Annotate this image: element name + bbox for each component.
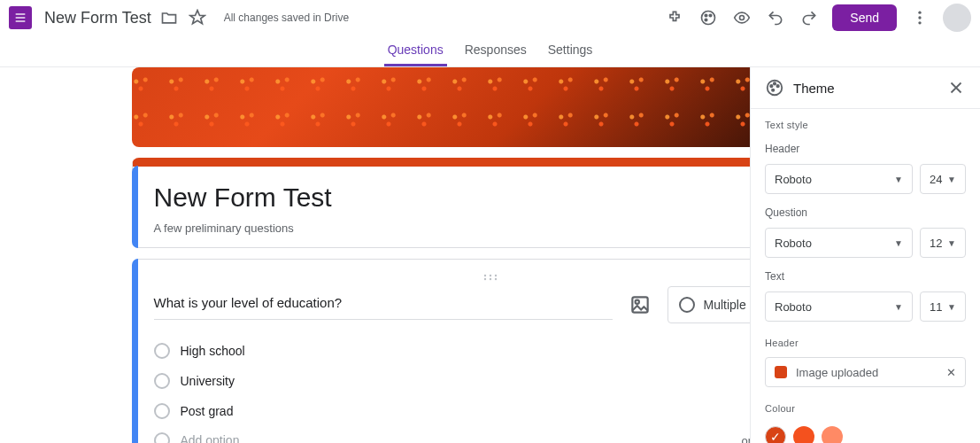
section-header: Header bbox=[765, 338, 966, 348]
form-title-card[interactable]: New Form Test A few preliminary question… bbox=[132, 158, 849, 248]
option-input[interactable]: Post grad bbox=[181, 402, 797, 420]
question-size-select[interactable]: 12▼ bbox=[920, 228, 966, 258]
svg-point-22 bbox=[489, 278, 490, 280]
close-icon[interactable] bbox=[946, 78, 966, 97]
question-font-select[interactable]: Roboto▼ bbox=[765, 228, 913, 258]
text-font-select[interactable]: Roboto▼ bbox=[765, 291, 913, 322]
radio-icon bbox=[679, 297, 695, 313]
document-title[interactable]: New Form Test bbox=[44, 9, 151, 27]
option-input[interactable]: High school bbox=[181, 342, 797, 360]
options-list: High school University Post grad bbox=[154, 336, 827, 443]
radio-icon bbox=[154, 403, 170, 419]
svg-point-33 bbox=[774, 82, 776, 84]
option-row: University bbox=[154, 366, 827, 396]
svg-point-25 bbox=[635, 300, 638, 304]
option-input[interactable]: University bbox=[181, 372, 797, 390]
svg-point-6 bbox=[706, 19, 708, 21]
select-value: Roboto bbox=[775, 173, 812, 186]
svg-point-20 bbox=[494, 275, 496, 276]
chevron-down-icon: ▼ bbox=[894, 175, 903, 184]
svg-point-18 bbox=[483, 275, 485, 276]
selection-accent bbox=[132, 259, 138, 443]
chevron-down-icon: ▼ bbox=[947, 238, 956, 248]
drag-handle-icon[interactable] bbox=[154, 274, 827, 283]
tab-responses[interactable]: Responses bbox=[461, 37, 530, 66]
svg-point-21 bbox=[483, 278, 485, 280]
select-value: 11 bbox=[930, 300, 942, 314]
redo-icon[interactable] bbox=[799, 7, 820, 28]
theme-panel: Theme Text style Header Roboto▼ 24▼ Ques… bbox=[750, 67, 980, 443]
svg-point-35 bbox=[772, 89, 774, 91]
tab-settings[interactable]: Settings bbox=[544, 37, 597, 66]
text-size-select[interactable]: 11▼ bbox=[920, 291, 966, 322]
add-option-input[interactable]: Add option bbox=[181, 431, 728, 443]
addons-icon[interactable] bbox=[664, 7, 685, 28]
forms-app-icon[interactable] bbox=[9, 6, 32, 29]
svg-point-5 bbox=[710, 14, 713, 17]
svg-point-34 bbox=[776, 85, 778, 87]
customize-theme-icon[interactable] bbox=[698, 7, 719, 28]
svg-point-7 bbox=[740, 16, 745, 20]
header-image-chip: Image uploaded ✕ bbox=[765, 357, 966, 387]
form-description[interactable]: A few preliminary questions bbox=[154, 222, 827, 235]
svg-point-3 bbox=[702, 12, 715, 25]
svg-point-9 bbox=[918, 16, 921, 19]
radio-icon bbox=[154, 432, 170, 443]
svg-point-8 bbox=[918, 12, 921, 14]
send-button[interactable]: Send bbox=[832, 4, 897, 31]
more-menu-icon[interactable] bbox=[909, 7, 930, 28]
radio-icon bbox=[154, 343, 170, 359]
question-add-image-icon[interactable] bbox=[629, 293, 652, 316]
colour-swatch[interactable] bbox=[765, 426, 786, 443]
top-bar: New Form Test All changes saved in Drive… bbox=[0, 0, 980, 35]
chevron-down-icon: ▼ bbox=[947, 302, 956, 312]
tabs-row: Questions Responses Settings bbox=[0, 35, 980, 67]
header-image-swatch-icon bbox=[775, 366, 787, 378]
chevron-down-icon: ▼ bbox=[894, 302, 903, 312]
colour-swatch[interactable] bbox=[793, 426, 814, 443]
image-uploaded-label: Image uploaded bbox=[796, 366, 878, 379]
preview-icon[interactable] bbox=[731, 7, 752, 28]
text-font-label: Text bbox=[765, 270, 966, 283]
svg-point-10 bbox=[918, 21, 921, 24]
option-row: High school bbox=[154, 336, 827, 366]
header-size-select[interactable]: 24▼ bbox=[920, 164, 966, 194]
chevron-down-icon: ▼ bbox=[894, 238, 903, 248]
svg-point-4 bbox=[706, 14, 708, 17]
svg-point-23 bbox=[494, 278, 496, 280]
select-value: 12 bbox=[930, 237, 942, 250]
account-avatar[interactable] bbox=[943, 4, 971, 32]
question-font-label: Question bbox=[765, 206, 966, 219]
move-to-folder-icon[interactable] bbox=[158, 7, 180, 28]
star-icon[interactable] bbox=[187, 7, 208, 28]
chevron-down-icon: ▼ bbox=[947, 175, 956, 184]
palette-icon bbox=[765, 78, 784, 97]
form-header-image[interactable] bbox=[132, 67, 849, 147]
radio-icon bbox=[154, 373, 170, 389]
question-text-input[interactable]: What is your level of education? bbox=[154, 290, 613, 320]
remove-header-image-icon[interactable]: ✕ bbox=[946, 366, 956, 379]
svg-rect-2 bbox=[16, 20, 26, 21]
form-title[interactable]: New Form Test bbox=[154, 183, 827, 218]
question-card[interactable]: What is your level of education? Multipl… bbox=[132, 259, 849, 443]
add-option-row: Add option or Add "Other" bbox=[154, 426, 827, 443]
section-colour: Colour bbox=[765, 403, 966, 414]
colour-swatches bbox=[765, 426, 966, 443]
colour-swatch[interactable] bbox=[822, 426, 843, 443]
save-status: All changes saved in Drive bbox=[224, 12, 349, 24]
select-value: Roboto bbox=[775, 300, 812, 314]
svg-point-32 bbox=[770, 85, 772, 87]
option-row: Post grad bbox=[154, 396, 827, 426]
svg-point-19 bbox=[489, 275, 490, 276]
section-text-style: Text style bbox=[765, 120, 966, 130]
undo-icon[interactable] bbox=[765, 7, 786, 28]
theme-panel-title: Theme bbox=[793, 81, 835, 96]
svg-rect-24 bbox=[632, 297, 647, 312]
tab-questions[interactable]: Questions bbox=[384, 37, 447, 66]
svg-rect-0 bbox=[16, 13, 26, 14]
svg-rect-1 bbox=[16, 17, 26, 18]
select-value: Roboto bbox=[775, 237, 812, 250]
selection-accent bbox=[132, 166, 138, 248]
header-font-select[interactable]: Roboto▼ bbox=[765, 164, 913, 194]
header-font-label: Header bbox=[765, 143, 966, 155]
